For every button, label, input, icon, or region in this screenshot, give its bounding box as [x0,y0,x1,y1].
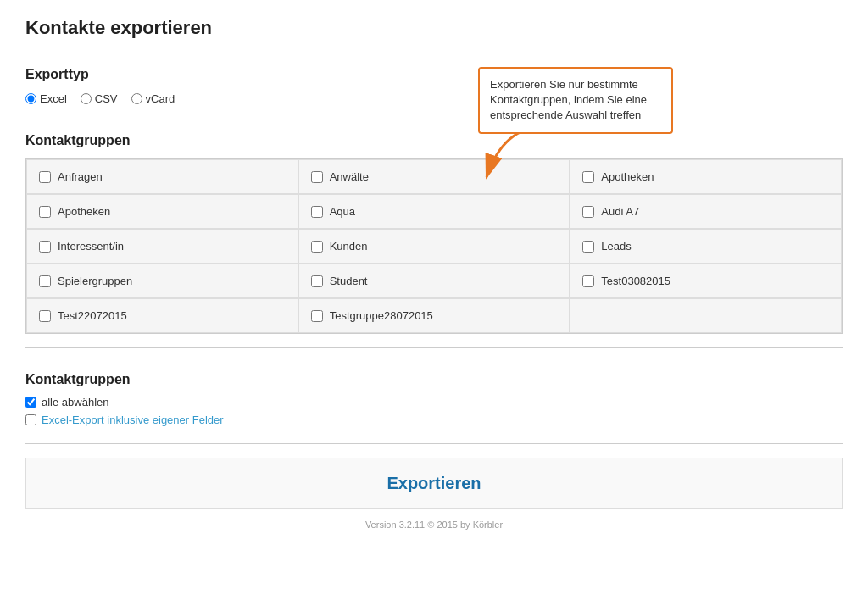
link-excel-eigene[interactable]: Excel-Export inklusive eigener Felder [42,414,224,426]
page-title: Kontakte exportieren [25,17,843,39]
group-cell-apotheken2[interactable]: Apotheken [26,194,298,229]
kontaktgruppen-title: Kontaktgruppen [25,133,843,148]
checkbox-student[interactable] [311,275,323,287]
tooltip-box: Exportieren Sie nur bestimmte Kontaktgru… [478,67,673,134]
group-cell-leads[interactable]: Leads [570,229,842,264]
exporttyp-divider [25,119,843,119]
group-label-test03: Test03082015 [601,275,670,287]
label-excel-eigene[interactable]: Excel-Export inklusive eigener Felder [42,414,224,426]
radio-vcard[interactable] [131,93,142,104]
checkbox-excel-eigene[interactable] [25,414,36,425]
group-cell-anwaelte[interactable]: Anwälte [298,159,570,194]
group-cell-empty [570,298,842,333]
checkbox-anwaelte[interactable] [311,171,323,183]
excel-eigene-text: Excel-Export inklusive eigener Felder [42,414,224,426]
group-cell-testgruppe[interactable]: Testgruppe28072015 [298,298,570,333]
group-label-testgruppe: Testgruppe28072015 [330,309,433,322]
group-cell-spielergruppen[interactable]: Spielergruppen [26,264,298,298]
page-wrapper: Kontakte exportieren Exporttyp Excel CSV… [0,0,868,547]
group-label-audi: Audi A7 [601,205,639,218]
checkbox-leads[interactable] [582,241,594,253]
options-section-title: Kontaktgruppen [25,372,843,387]
title-divider [25,53,843,53]
checkbox-anfragen[interactable] [39,171,51,183]
option-excel[interactable]: Excel [25,92,67,105]
checkbox-aqua[interactable] [311,206,323,218]
group-label-spielergruppen: Spielergruppen [58,275,132,287]
group-label-interessent: Interessent/in [58,240,124,253]
group-cell-kunden[interactable]: Kunden [298,229,570,264]
export-button-bar: Exportieren [25,458,843,509]
option-vcard-label: vCard [146,92,175,105]
checkbox-interessent[interactable] [39,241,51,253]
tooltip-text: Exportieren Sie nur bestimmte Kontaktgru… [490,78,647,121]
group-label-aqua: Aqua [330,205,355,218]
option-csv[interactable]: CSV [81,92,118,105]
radio-csv[interactable] [81,93,92,104]
option-excel-label: Excel [40,92,67,105]
exporttyp-title: Exporttyp [25,67,843,82]
checkbox-audi[interactable] [582,206,594,218]
group-label-leads: Leads [601,240,631,253]
export-button[interactable]: Exportieren [387,474,481,493]
groups-divider [25,347,843,348]
group-cell-anfragen[interactable]: Anfragen [26,159,298,194]
checkbox-test03[interactable] [582,275,594,287]
group-cell-aqua[interactable]: Aqua [298,194,570,229]
checkbox-kunden[interactable] [311,241,323,253]
group-cell-apotheken1[interactable]: Apotheken [570,159,842,194]
group-label-apotheken1: Apotheken [601,170,654,183]
version-label: Version 3.2.11 © 2015 by Körbler [365,519,503,530]
groups-grid: Anfragen Anwälte Apotheken Apotheken Aqu… [25,158,843,334]
checkbox-apotheken1[interactable] [582,171,594,183]
version-text: Version 3.2.11 © 2015 by Körbler [25,519,843,530]
checkbox-spielergruppen[interactable] [39,275,51,287]
group-cell-test22[interactable]: Test22072015 [26,298,298,333]
checkbox-alle-abwaehlen[interactable] [25,397,36,408]
label-alle-abwaehlen[interactable]: alle abwählen [42,396,109,408]
option-row-2: Excel-Export inklusive eigener Felder [25,414,843,426]
export-button-label: Exportieren [387,474,481,492]
checkbox-apotheken2[interactable] [39,206,51,218]
kontaktgruppen-section: Kontaktgruppen Anfragen Anwälte Apotheke… [25,133,843,334]
group-cell-student[interactable]: Student [298,264,570,298]
alle-abwaehlen-text: alle abwählen [42,396,109,408]
exporttyp-options: Excel CSV vCard [25,92,843,105]
group-label-anfragen: Anfragen [58,170,103,183]
group-label-anwaelte: Anwälte [330,170,369,183]
checkbox-testgruppe[interactable] [311,310,323,322]
group-cell-audi[interactable]: Audi A7 [570,194,842,229]
group-label-apotheken2: Apotheken [58,205,110,218]
group-cell-interessent[interactable]: Interessent/in [26,229,298,264]
radio-excel[interactable] [25,93,36,104]
option-row-1: alle abwählen [25,396,843,408]
group-cell-test03[interactable]: Test03082015 [570,264,842,298]
options-section: Kontaktgruppen alle abwählen Excel-Expor… [25,362,843,426]
group-label-student: Student [330,275,368,287]
option-vcard[interactable]: vCard [131,92,175,105]
exporttyp-section: Exporttyp Excel CSV vCard Exportieren Si… [25,67,843,105]
group-label-test22: Test22072015 [58,309,127,322]
export-button-section: Exportieren [25,443,843,509]
group-label-kunden: Kunden [330,240,368,253]
option-csv-label: CSV [95,92,118,105]
checkbox-test22[interactable] [39,310,51,322]
